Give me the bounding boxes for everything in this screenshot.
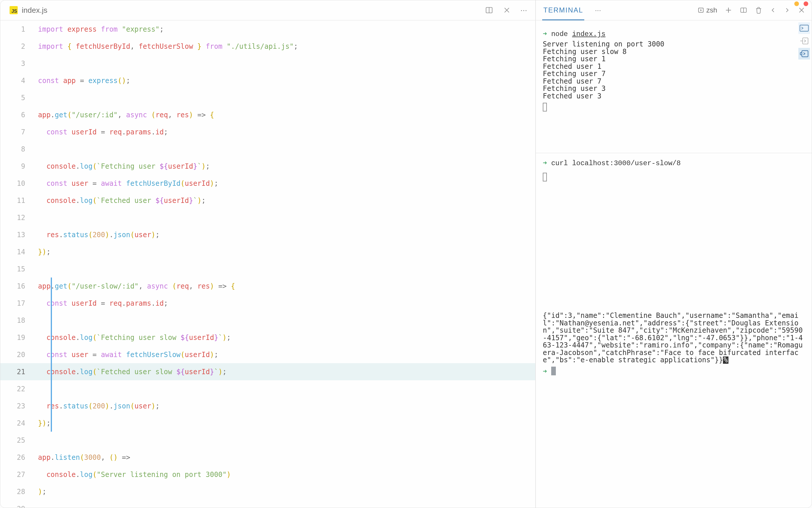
terminal-group-1[interactable] <box>798 23 810 34</box>
terminal-body[interactable]: ➜ node index.js Server listening on port… <box>536 20 812 508</box>
kill-terminal-icon[interactable] <box>755 6 762 14</box>
new-terminal-icon[interactable] <box>725 6 732 14</box>
code-line[interactable]: 21 console.log(`Fetched user slow ${user… <box>0 363 535 380</box>
line-number: 12 <box>9 214 38 221</box>
terminal-cursor <box>543 103 547 112</box>
shell-run-target[interactable]: zsh <box>698 6 717 14</box>
code-line[interactable]: 23 res.status(200).json(user); <box>0 397 535 415</box>
terminal-block-cursor <box>551 367 556 375</box>
line-number: 5 <box>9 94 38 101</box>
code-text: import express from "express"; <box>38 26 164 33</box>
line-number: 6 <box>9 112 38 119</box>
editor-more-icon[interactable]: ··· <box>520 5 527 15</box>
modified-gutter-bar <box>51 278 52 432</box>
code-line[interactable]: 8 <box>0 140 535 158</box>
terminal-tab[interactable]: TERMINAL <box>542 0 584 20</box>
code-text: const user = await fetchUserSlow(userId)… <box>38 351 218 358</box>
line-number: 21 <box>9 368 38 375</box>
code-line[interactable]: 11 console.log(`Fetched user ${userId}`)… <box>0 192 535 209</box>
code-text: res.status(200).json(user); <box>38 231 159 238</box>
code-text: console.log(`Fetched user slow ${userId}… <box>38 368 227 375</box>
split-editor-icon[interactable] <box>485 6 493 14</box>
code-line[interactable]: 16app.get("/user-slow/:id", async (req, … <box>0 278 535 295</box>
shell-name: zsh <box>706 6 717 14</box>
chevron-right-icon[interactable] <box>784 7 790 13</box>
code-line[interactable]: 13 res.status(200).json(user); <box>0 226 535 243</box>
term2-command: curl localhost:3000/user-slow/8 <box>551 159 681 167</box>
code-text: }); <box>38 249 50 255</box>
code-text: ); <box>38 488 46 495</box>
term1-cmd-arg: index.js <box>572 30 606 38</box>
line-number: 11 <box>9 197 38 204</box>
code-line[interactable]: 17 const userId = req.params.id; <box>0 295 535 312</box>
code-line[interactable]: 25 <box>0 432 535 449</box>
percent-eol-icon: % <box>723 356 728 364</box>
svg-marker-5 <box>700 9 702 11</box>
terminal-session-1: ➜ node index.js Server listening on port… <box>543 28 805 114</box>
code-line[interactable]: 6app.get("/user/:id", async (req, res) =… <box>0 106 535 123</box>
prompt-arrow-icon: ➜ <box>543 368 551 376</box>
svg-rect-12 <box>800 25 808 31</box>
line-number: 3 <box>9 60 38 67</box>
terminal-groups-gutter <box>798 23 811 59</box>
code-line[interactable]: 19 console.log(`Fetching user slow ${use… <box>0 329 535 346</box>
code-line[interactable]: 2import { fetchUserById, fetchUserSlow }… <box>0 38 535 55</box>
code-line[interactable]: 7 const userId = req.params.id; <box>0 123 535 140</box>
terminal-group-2[interactable] <box>798 35 810 47</box>
code-text: console.log(`Fetching user slow ${userId… <box>38 334 231 341</box>
line-number: 28 <box>9 488 38 495</box>
code-line[interactable]: 26app.listen(3000, () => <box>0 449 535 466</box>
close-tab-icon[interactable] <box>503 6 511 14</box>
code-line[interactable]: 10 const user = await fetchUserById(user… <box>0 175 535 192</box>
play-icon <box>698 7 704 13</box>
code-line[interactable]: 3 <box>0 55 535 72</box>
code-text: const userId = req.params.id; <box>38 129 168 135</box>
terminal-more-icon[interactable]: ··· <box>595 6 601 15</box>
editor-pane: JS index.js ··· 1import express from "ex… <box>0 0 536 508</box>
js-file-icon: JS <box>10 6 18 14</box>
code-line[interactable]: 24}); <box>0 415 535 432</box>
code-line[interactable]: 20 const user = await fetchUserSlow(user… <box>0 346 535 363</box>
line-number: 27 <box>9 471 38 478</box>
code-line[interactable]: 27 console.log("Server listening on port… <box>0 466 535 483</box>
line-number: 23 <box>9 403 38 410</box>
code-line[interactable]: 9 console.log(`Fetching user ${userId}`)… <box>0 158 535 175</box>
line-number: 17 <box>9 300 38 307</box>
code-text: }); <box>38 420 50 427</box>
editor-tab-indexjs[interactable]: JS index.js <box>3 3 54 18</box>
line-number: 19 <box>9 334 38 341</box>
code-text: const userId = req.params.id; <box>38 300 168 307</box>
terminal-session-2: ➜ curl localhost:3000/user-slow/8 {"id":… <box>543 157 805 379</box>
code-line[interactable]: 5 <box>0 89 535 106</box>
code-line[interactable]: 4const app = express(); <box>0 72 535 89</box>
code-text: console.log(`Fetched user ${userId}`); <box>38 197 206 204</box>
code-line[interactable]: 29 <box>0 500 535 508</box>
line-number: 29 <box>9 505 38 508</box>
code-line[interactable]: 1import express from "express"; <box>0 20 535 38</box>
code-line[interactable]: 22 <box>0 380 535 397</box>
code-text: res.status(200).json(user); <box>38 403 159 410</box>
code-line[interactable]: 28); <box>0 483 535 500</box>
line-number: 4 <box>9 77 38 84</box>
code-line[interactable]: 18 <box>0 312 535 329</box>
code-text: console.log("Server listening on port 30… <box>38 471 231 478</box>
code-editor[interactable]: 1import express from "express";2import {… <box>0 20 535 508</box>
prompt-arrow-icon: ➜ <box>543 30 551 38</box>
code-line[interactable]: 14}); <box>0 243 535 260</box>
line-number: 16 <box>9 283 38 290</box>
line-number: 9 <box>9 163 38 170</box>
terminal-1-output: Server listening on port 3000 Fetching u… <box>543 41 805 100</box>
terminal-split-divider[interactable] <box>536 153 812 153</box>
prompt-arrow-icon: ➜ <box>543 159 551 167</box>
split-terminal-icon[interactable] <box>740 6 747 14</box>
chevron-left-icon[interactable] <box>770 7 776 13</box>
terminal-pane: TERMINAL ··· zsh <box>536 0 812 508</box>
line-number: 2 <box>9 43 38 50</box>
line-number: 15 <box>9 266 38 272</box>
code-line[interactable]: 15 <box>0 260 535 278</box>
terminal-group-3[interactable] <box>798 48 810 59</box>
line-number: 8 <box>9 146 38 153</box>
code-line[interactable]: 12 <box>0 209 535 226</box>
close-panel-icon[interactable] <box>798 6 805 14</box>
line-number: 24 <box>9 420 38 427</box>
